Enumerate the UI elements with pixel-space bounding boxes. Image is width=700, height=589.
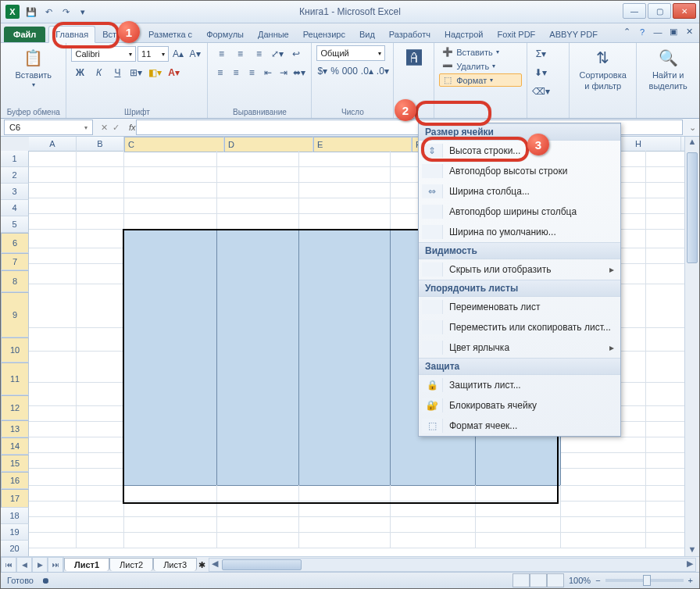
cell[interactable] <box>77 198 124 214</box>
scroll-down-icon[interactable]: ▼ <box>685 544 699 557</box>
ribbon-tab[interactable]: Разметка с <box>141 26 199 42</box>
clear-icon[interactable]: ⌫▾ <box>532 83 549 100</box>
menu-hide-unhide[interactable]: Скрыть или отобразить <box>419 259 620 280</box>
cell[interactable] <box>77 501 124 517</box>
comma-icon[interactable]: 000 <box>341 62 359 80</box>
cell[interactable] <box>29 437 77 453</box>
cell[interactable] <box>646 248 689 264</box>
window-inner-min-icon[interactable]: — <box>652 27 663 37</box>
ribbon-tab[interactable]: Вид <box>352 26 382 42</box>
menu-col-width[interactable]: ⇔Ширина столбца... <box>419 181 620 202</box>
cell[interactable] <box>77 248 124 264</box>
cell[interactable] <box>299 351 391 383</box>
autosum-icon[interactable]: Σ▾ <box>532 45 549 62</box>
cell[interactable] <box>29 452 77 469</box>
redo-icon[interactable]: ↷ <box>59 5 73 19</box>
cell[interactable] <box>124 382 217 406</box>
row-header[interactable]: 5 <box>1 216 29 233</box>
cell[interactable] <box>29 351 77 383</box>
cell[interactable] <box>646 405 689 422</box>
menu-format-cells[interactable]: ⬚Формат ячеек... <box>419 416 620 436</box>
row-header[interactable]: 3 <box>1 184 29 200</box>
cell[interactable] <box>124 284 217 328</box>
file-tab[interactable]: Файл <box>4 27 45 42</box>
align-right-icon[interactable]: ≡ <box>245 64 259 81</box>
cell[interactable] <box>29 248 77 264</box>
zoom-slider[interactable] <box>605 579 684 582</box>
view-layout-icon[interactable] <box>530 573 547 587</box>
cell[interactable] <box>124 501 217 517</box>
vertical-scrollbar[interactable]: ▲ ▼ <box>684 137 699 557</box>
align-bottom-icon[interactable]: ≡ <box>250 45 267 62</box>
menu-row-height[interactable]: ⇕Высота строки... <box>419 141 620 161</box>
cell[interactable] <box>476 468 561 486</box>
cell[interactable] <box>646 382 689 406</box>
cell[interactable] <box>217 182 299 198</box>
cell[interactable] <box>217 198 299 214</box>
sheet-tab[interactable]: Лист2 <box>109 558 153 571</box>
ribbon-tab[interactable]: Данные <box>251 26 296 42</box>
cell[interactable] <box>124 213 217 230</box>
cell[interactable] <box>29 405 77 422</box>
cell[interactable] <box>124 452 217 469</box>
hscroll-thumb[interactable] <box>222 559 302 570</box>
cell[interactable] <box>29 532 77 548</box>
cell[interactable] <box>476 437 561 453</box>
ribbon-tab[interactable]: Foxit PDF <box>490 26 542 42</box>
cell[interactable] <box>217 485 299 502</box>
wrap-text-icon[interactable]: ↩ <box>288 45 305 62</box>
ribbon-tab[interactable]: Разработч <box>382 26 438 42</box>
row-header[interactable]: 2 <box>1 167 29 184</box>
cell[interactable] <box>124 198 217 214</box>
row-header[interactable]: 1 <box>1 151 29 167</box>
scroll-up-icon[interactable]: ▲ <box>685 137 699 149</box>
sheet-tab[interactable]: Лист1 <box>64 558 109 571</box>
row-header[interactable]: 16 <box>1 472 29 489</box>
cell[interactable] <box>561 468 646 486</box>
cell[interactable] <box>646 229 689 248</box>
underline-button[interactable]: Ч <box>109 64 126 81</box>
percent-icon[interactable]: % <box>330 62 340 80</box>
cell[interactable] <box>646 327 689 352</box>
ribbon-tab[interactable]: Главная <box>48 26 95 43</box>
menu-autofit-col[interactable]: Автоподбор ширины столбца <box>419 202 620 222</box>
cell[interactable] <box>29 182 77 198</box>
menu-rename-sheet[interactable]: Переименовать лист <box>419 297 620 317</box>
cell[interactable] <box>217 151 299 167</box>
border-button[interactable]: ⊞▾ <box>127 64 145 81</box>
zoom-in-icon[interactable]: + <box>688 576 693 585</box>
align-middle-icon[interactable]: ≡ <box>231 45 248 62</box>
cell[interactable] <box>217 382 299 406</box>
cell[interactable] <box>124 166 217 183</box>
currency-icon[interactable]: $▾ <box>316 62 328 80</box>
cell[interactable] <box>124 516 217 533</box>
format-cells-button[interactable]: ⬚Формат▾ <box>439 73 522 87</box>
row-header[interactable]: 6 <box>1 233 29 253</box>
cell[interactable] <box>391 468 476 486</box>
cell[interactable] <box>217 351 299 383</box>
zoom-out-icon[interactable]: − <box>595 576 600 585</box>
cell[interactable] <box>29 468 77 486</box>
row-header[interactable]: 9 <box>1 292 29 337</box>
italic-button[interactable]: К <box>90 64 107 81</box>
row-header[interactable]: 13 <box>1 420 29 437</box>
row-header[interactable]: 19 <box>1 524 29 541</box>
indent-decrease-icon[interactable]: ⇤ <box>260 64 274 81</box>
cell[interactable] <box>77 452 124 469</box>
zoom-slider-knob[interactable] <box>643 575 651 586</box>
name-box[interactable]: C6▾ <box>4 120 93 135</box>
cell[interactable] <box>299 166 391 183</box>
cell[interactable] <box>29 327 77 352</box>
delete-cells-button[interactable]: ➖Удалить▾ <box>439 59 522 73</box>
col-header[interactable]: C <box>124 137 224 152</box>
fill-icon[interactable]: ⬇▾ <box>532 64 549 81</box>
ribbon-tab[interactable]: Надстрой <box>438 26 490 42</box>
cell[interactable] <box>217 229 299 248</box>
scroll-right-icon[interactable]: ▶ <box>684 559 695 571</box>
cell[interactable] <box>646 284 689 328</box>
row-header[interactable]: 12 <box>1 395 29 420</box>
undo-icon[interactable]: ↶ <box>41 5 55 19</box>
bold-button[interactable]: Ж <box>71 64 88 81</box>
cell[interactable] <box>391 532 476 548</box>
view-normal-icon[interactable] <box>512 573 530 587</box>
